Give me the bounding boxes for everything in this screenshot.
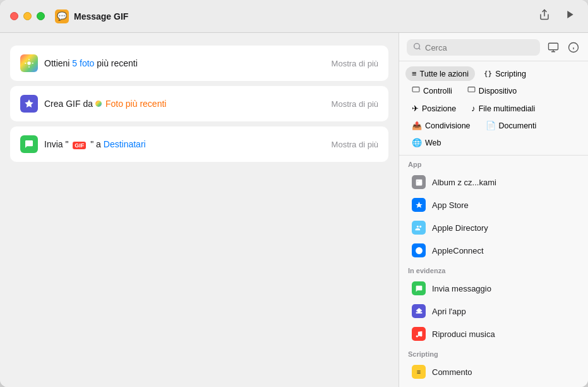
photo-count[interactable]: 5 foto: [72, 58, 94, 68]
svg-point-15: [417, 180, 418, 181]
app-icon: 💬: [55, 9, 69, 23]
gif-source[interactable]: Foto più recenti: [105, 99, 167, 109]
riproduci-label: Riproduci musica: [432, 329, 495, 339]
show-more-invia[interactable]: Mostra di più: [332, 140, 378, 149]
titlebar: 💬 Message GIF: [0, 0, 588, 33]
svg-rect-13: [468, 87, 475, 92]
svg-point-4: [414, 44, 420, 49]
action-card-ottieni: Ottieni 5 foto più recenti Mostra di più: [10, 46, 388, 81]
album-icon: [412, 175, 426, 189]
commento-icon: ≡: [412, 365, 426, 379]
share-button[interactable]: [536, 6, 553, 26]
list-item-invia-messaggio[interactable]: Invia messaggio: [403, 277, 584, 300]
list-item-mostra-risultato[interactable]: Mostra risultato: [403, 383, 584, 387]
main-window: 💬 Message GIF: [0, 0, 588, 387]
cat-file-multimediali[interactable]: ♪ File multimediali: [465, 101, 541, 116]
close-button[interactable]: [10, 12, 18, 20]
list-item-appleconnect[interactable]: AppleConnect: [403, 239, 584, 262]
action-card-gif: Crea GIF da Foto più recenti Mostra di p…: [10, 86, 388, 121]
minimize-button[interactable]: [23, 12, 32, 20]
action-text-ottieni: Ottieni 5 foto più recenti: [44, 58, 332, 68]
appstore-label: App Store: [432, 200, 469, 210]
show-more-ottieni[interactable]: Mostra di più: [332, 59, 378, 68]
svg-marker-1: [567, 11, 573, 18]
gif-badge: GIF: [73, 142, 86, 149]
traffic-lights: [10, 12, 45, 20]
action-icon-gif: [20, 95, 38, 113]
action-icon-invia: [20, 135, 38, 153]
svg-marker-3: [25, 99, 33, 108]
action-text-invia: Invia " GIF " a Destinatari: [44, 139, 332, 149]
main-content: Ottieni 5 foto più recenti Mostra di più…: [0, 33, 588, 387]
apri-app-icon: [412, 304, 426, 318]
cat-scripting[interactable]: {} Scripting: [477, 66, 532, 81]
svg-point-2: [27, 61, 30, 64]
action-row-invia[interactable]: Invia " GIF " a Destinatari Mostra di pi…: [10, 126, 388, 162]
appleconnect-icon: [412, 243, 426, 257]
right-panel-header: [399, 33, 588, 61]
cat-documenti[interactable]: 📄 Documenti: [479, 118, 543, 133]
list-item-commento[interactable]: ≡ Commento: [403, 360, 584, 383]
appleconnect-label: AppleConnect: [432, 246, 484, 255]
titlebar-actions: [536, 6, 578, 26]
svg-point-17: [416, 335, 417, 337]
riproduci-icon: [412, 327, 426, 341]
directory-label: Apple Directory: [432, 223, 488, 233]
svg-rect-6: [549, 43, 558, 50]
apri-app-label: Apri l'app: [432, 307, 466, 316]
category-row: ≡ Tutte le azioni {} Scripting Controlli: [399, 61, 588, 156]
action-icon-ottieni: [20, 54, 38, 72]
svg-rect-16: [416, 312, 422, 313]
recipients[interactable]: Destinatari: [104, 139, 146, 149]
section-header-app: App: [399, 156, 588, 171]
show-more-gif[interactable]: Mostra di più: [332, 99, 378, 109]
cat-dispositivo[interactable]: Dispositivo: [461, 83, 523, 99]
list-item-album[interactable]: Album z cz...kami: [403, 171, 584, 194]
cat-posizione[interactable]: ✈ Posizione: [405, 101, 462, 116]
action-text-gif: Crea GIF da Foto più recenti: [44, 99, 332, 109]
section-header-scripting: Scripting: [399, 345, 588, 360]
window-title: Message GIF: [74, 11, 128, 22]
album-label: Album z cz...kami: [432, 178, 496, 187]
library-icon[interactable]: [546, 40, 560, 54]
commento-label: Commento: [432, 367, 472, 377]
appstore-icon: [412, 198, 426, 212]
cat-web[interactable]: 🌐 Web: [405, 135, 447, 150]
action-row-gif[interactable]: Crea GIF da Foto più recenti Mostra di p…: [10, 86, 388, 121]
list-item-apri-app[interactable]: Apri l'app: [403, 300, 584, 322]
invia-messaggio-label: Invia messaggio: [432, 284, 491, 293]
invia-messaggio-icon: [412, 281, 426, 295]
action-row-ottieni[interactable]: Ottieni 5 foto più recenti Mostra di più: [10, 46, 388, 81]
list-item-appledirectory[interactable]: Apple Directory: [403, 216, 584, 239]
right-panel: ≡ Tutte le azioni {} Scripting Controlli: [399, 33, 588, 387]
right-list: App Album z cz...kami App Store: [399, 156, 588, 387]
list-item-riproduci[interactable]: Riproduci musica: [403, 322, 584, 345]
left-panel: Ottieni 5 foto più recenti Mostra di più…: [0, 33, 399, 387]
maximize-button[interactable]: [37, 12, 45, 20]
info-icon[interactable]: [567, 40, 580, 54]
search-input[interactable]: [425, 43, 534, 52]
svg-line-5: [419, 48, 420, 49]
action-card-invia: Invia " GIF " a Destinatari Mostra di pi…: [10, 126, 388, 162]
rp-toolbar-icons: [546, 40, 580, 54]
play-button[interactable]: [563, 7, 578, 25]
cat-condivisione[interactable]: 📤 Condivisione: [405, 118, 477, 133]
search-bar[interactable]: [407, 39, 540, 56]
list-item-appstore[interactable]: App Store: [403, 194, 584, 216]
cat-controlli[interactable]: Controlli: [405, 83, 459, 99]
directory-icon: [412, 221, 426, 235]
search-icon: [413, 42, 421, 52]
section-header-inevidenza: In evidenza: [399, 262, 588, 277]
svg-point-18: [420, 335, 422, 336]
svg-rect-12: [412, 87, 419, 92]
cat-tutte-le-azioni[interactable]: ≡ Tutte le azioni: [405, 66, 475, 81]
